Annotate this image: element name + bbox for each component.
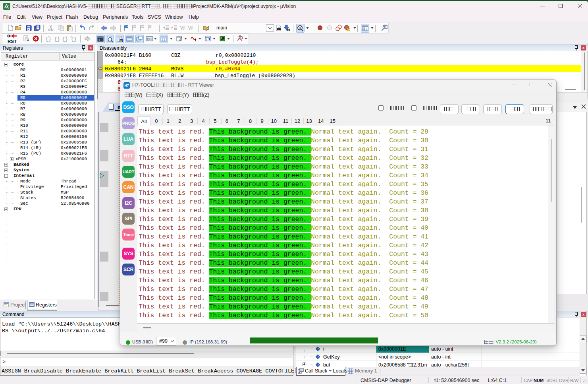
svg-text:>_: >_: [98, 38, 102, 42]
svg-text:{}: {}: [62, 36, 68, 42]
svg-text:S: S: [120, 39, 123, 43]
svg-text:{}: {}: [45, 36, 51, 42]
svg-text:t: t: [195, 38, 196, 42]
svg-text:RST: RST: [8, 39, 17, 44]
svg-text:{}: {}: [54, 36, 60, 42]
svg-text:s: s: [8, 7, 9, 10]
svg-text:d: d: [299, 26, 301, 30]
